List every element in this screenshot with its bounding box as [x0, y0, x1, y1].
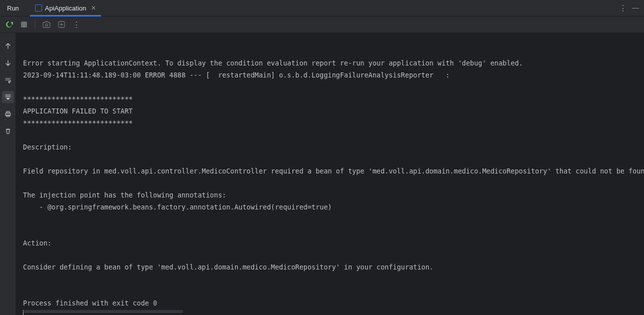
scroll-down-icon[interactable]: [2, 57, 14, 69]
separator: [35, 20, 36, 28]
print-icon[interactable]: [2, 108, 14, 120]
minimize-icon[interactable]: [632, 8, 639, 8]
scroll-to-end-icon[interactable]: [2, 91, 14, 103]
header-more-icon[interactable]: ⋮: [619, 4, 627, 13]
stop-icon[interactable]: [20, 20, 28, 28]
run-body: Error starting ApplicationContext. To di…: [0, 33, 644, 315]
camera-icon[interactable]: [42, 20, 50, 28]
console-text: Error starting ApplicationContext. To di…: [23, 45, 644, 309]
run-tool-title: Run: [0, 0, 25, 16]
svg-rect-4: [6, 112, 10, 113]
tab-apiapplication[interactable]: ApiApplication ✕: [30, 0, 101, 16]
console-output-panel[interactable]: Error starting ApplicationContext. To di…: [16, 33, 644, 315]
console-left-rail: [0, 33, 16, 315]
close-tab-icon[interactable]: ✕: [89, 4, 96, 12]
clear-trash-icon[interactable]: [2, 125, 14, 137]
toolbar-more-icon[interactable]: ⋮: [72, 20, 80, 28]
exit-icon[interactable]: [58, 20, 66, 28]
rerun-icon[interactable]: [5, 20, 13, 28]
header-right-controls: ⋮: [619, 0, 644, 16]
run-tabs: ApiApplication ✕: [30, 0, 101, 16]
soft-wrap-icon[interactable]: [2, 74, 14, 86]
run-toolbar: ⋮: [0, 16, 644, 33]
run-tool-header: Run ApiApplication ✕ ⋮: [0, 0, 644, 16]
app-run-config-icon: [35, 4, 42, 12]
tab-label: ApiApplication: [45, 4, 86, 12]
horizontal-scrollbar[interactable]: [23, 310, 183, 313]
scroll-up-icon[interactable]: [2, 40, 14, 52]
svg-rect-0: [21, 22, 27, 28]
svg-point-1: [46, 24, 48, 26]
